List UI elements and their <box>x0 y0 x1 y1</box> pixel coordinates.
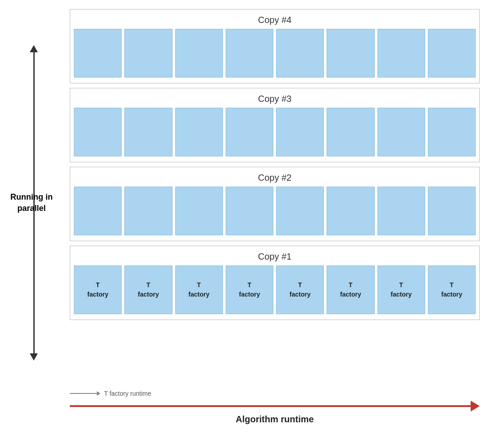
factory-cell <box>377 187 425 235</box>
main-content: Copy #4 Copy #3 <box>70 9 480 320</box>
copy-row-4: Copy #4 <box>70 9 480 83</box>
factory-cell-labeled: T factory <box>226 265 273 314</box>
factory-cell <box>377 108 425 156</box>
cell-top-label: T <box>399 280 403 290</box>
factory-cell <box>327 29 374 78</box>
cell-top-label: T <box>298 280 302 290</box>
big-red-arrow <box>70 401 480 411</box>
copy-row-1: Copy #1 T factory T factory T factory <box>70 246 480 320</box>
factory-cell <box>74 108 122 156</box>
factory-cell <box>377 29 425 78</box>
factory-cell-labeled: T factory <box>276 265 324 314</box>
factory-cell-labeled: T factory <box>377 265 425 314</box>
cell-top-label: T <box>248 280 252 290</box>
factory-cell <box>428 29 476 78</box>
factory-cell <box>175 29 223 78</box>
cell-bottom-label: factory <box>138 290 159 299</box>
small-arrow-head <box>97 391 100 396</box>
factory-cell-labeled: T factory <box>327 265 374 314</box>
factory-cell <box>226 187 273 235</box>
small-arrow-line <box>70 393 97 394</box>
factory-cell-labeled: T factory <box>428 265 476 314</box>
copy1-title: Copy #1 <box>74 250 476 262</box>
factory-cell <box>124 187 172 235</box>
cell-bottom-label: factory <box>239 290 260 299</box>
cell-bottom-label: factory <box>340 290 361 299</box>
factory-cell <box>74 187 122 235</box>
big-red-line <box>70 405 471 407</box>
factory-cell <box>74 29 122 78</box>
big-red-arrowhead <box>471 401 480 411</box>
factory-cell-labeled: T factory <box>74 265 122 314</box>
diagram-container: Running in parallel Copy #4 <box>0 5 486 448</box>
cell-top-label: T <box>349 280 353 290</box>
factory-cell <box>327 187 374 235</box>
parallel-axis: Running in parallel <box>0 14 68 392</box>
bottom-section: T factory runtime Algorithm runtime <box>70 390 480 425</box>
factory-cell <box>175 187 223 235</box>
t-factory-runtime-label: T factory runtime <box>104 390 151 397</box>
factory-cell <box>428 108 476 156</box>
factory-cell <box>226 108 273 156</box>
copy4-cells <box>74 29 476 78</box>
factory-cell <box>276 187 324 235</box>
factory-cell-labeled: T factory <box>124 265 172 314</box>
cell-top-label: T <box>450 280 454 290</box>
factory-cell <box>124 29 172 78</box>
copies-area: Copy #4 Copy #3 <box>70 9 480 320</box>
cell-bottom-label: factory <box>290 290 311 299</box>
copy2-cells <box>74 187 476 235</box>
factory-cell <box>124 108 172 156</box>
copy3-cells <box>74 108 476 156</box>
copy3-title: Copy #3 <box>74 92 476 104</box>
parallel-label: Running in parallel <box>5 192 59 214</box>
small-arrow <box>70 391 100 396</box>
cell-bottom-label: factory <box>87 290 109 299</box>
factory-cell <box>276 29 324 78</box>
copy-row-2: Copy #2 <box>70 167 480 241</box>
factory-cell <box>428 187 476 235</box>
factory-cell-labeled: T factory <box>175 265 223 314</box>
algorithm-runtime-row <box>70 401 480 411</box>
copy2-title: Copy #2 <box>74 171 476 183</box>
arrow-down-head <box>30 353 38 361</box>
factory-cell <box>276 108 324 156</box>
copy1-cells: T factory T factory T factory T factory <box>74 265 476 314</box>
cell-bottom-label: factory <box>441 290 463 299</box>
algorithm-runtime-label: Algorithm runtime <box>70 414 480 425</box>
factory-cell <box>175 108 223 156</box>
cell-bottom-label: factory <box>188 290 209 299</box>
copy4-title: Copy #4 <box>74 13 476 25</box>
copy-row-3: Copy #3 <box>70 88 480 162</box>
factory-cell <box>226 29 273 78</box>
cell-bottom-label: factory <box>391 290 412 299</box>
t-factory-runtime-row: T factory runtime <box>70 390 480 397</box>
factory-cell <box>327 108 374 156</box>
cell-top-label: T <box>146 280 150 290</box>
cell-top-label: T <box>96 280 100 290</box>
cell-top-label: T <box>197 280 201 290</box>
